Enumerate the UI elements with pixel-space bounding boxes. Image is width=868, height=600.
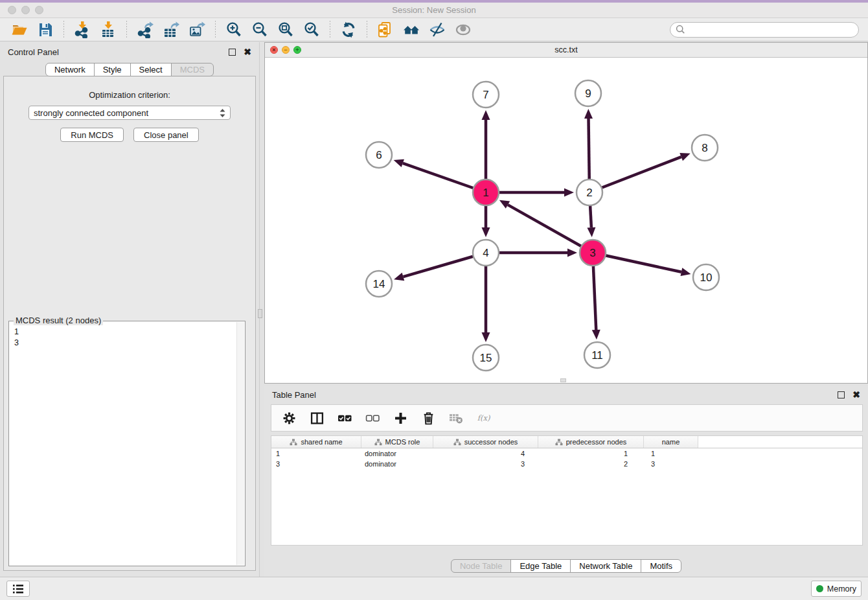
optimization-criterion-dropdown[interactable]: strongly connected component — [29, 106, 231, 120]
close-table-panel-icon[interactable]: ✖ — [852, 391, 860, 398]
column-label: name — [662, 438, 680, 446]
deselect-all-button[interactable] — [365, 411, 380, 425]
cell-name[interactable]: 1 — [644, 448, 698, 459]
import-table-button[interactable] — [98, 20, 118, 40]
status-bar: Memory — [0, 577, 868, 600]
clone-network-icon — [377, 21, 394, 38]
tab-network-table[interactable]: Network Table — [570, 559, 641, 573]
search-input[interactable] — [689, 25, 853, 34]
add-row-button[interactable] — [393, 411, 407, 425]
graph-arrowhead — [587, 227, 595, 237]
window-close-button[interactable] — [8, 6, 16, 14]
column-header-successor-nodes[interactable]: successor nodes — [433, 436, 538, 448]
toolbar-separator — [367, 21, 367, 39]
delete-row-button[interactable] — [421, 411, 435, 425]
dropdown-stepper-icon — [220, 108, 225, 118]
show-all-button[interactable] — [453, 20, 473, 40]
cell-shared-name[interactable]: 3 — [271, 459, 361, 469]
save-session-button[interactable] — [36, 20, 55, 40]
result-scrollbar[interactable] — [236, 322, 244, 565]
canvas-resize-handle[interactable] — [560, 378, 566, 382]
eye-icon — [455, 21, 472, 38]
delete-table-button[interactable] — [449, 411, 463, 425]
column-header-mcds-role[interactable]: MCDS role — [361, 436, 433, 448]
export-table-button[interactable] — [161, 20, 181, 40]
hierarchy-icon — [374, 439, 382, 446]
table-row[interactable]: 3 dominator 3 2 3 — [271, 459, 862, 469]
memory-button[interactable]: Memory — [811, 581, 862, 597]
export-network-button[interactable] — [135, 20, 155, 40]
zoom-fit-button[interactable] — [276, 20, 295, 40]
graph-edge-3-1[interactable] — [508, 205, 593, 253]
tab-mcds[interactable]: MCDS — [171, 63, 214, 76]
export-image-button[interactable] — [187, 20, 207, 40]
import-table-icon — [100, 21, 117, 38]
network-minimize-button[interactable]: − — [282, 46, 290, 54]
float-panel-icon[interactable] — [229, 49, 236, 56]
zoom-in-button[interactable] — [224, 20, 244, 40]
table-row[interactable]: 1 dominator 4 1 1 — [271, 448, 862, 459]
column-header-predecessor-nodes[interactable]: predecessor nodes — [538, 436, 644, 448]
control-panel-header: Control Panel ✖ — [0, 42, 259, 62]
node-table[interactable]: shared name MCDS role successor nodes — [271, 435, 863, 546]
graph-edge-2-8[interactable] — [589, 157, 681, 192]
close-panel-button[interactable]: Close panel — [133, 128, 199, 142]
zoom-selected-button[interactable] — [302, 20, 321, 40]
window-minimize-button[interactable] — [21, 6, 30, 14]
cell-successor-nodes[interactable]: 3 — [433, 459, 538, 469]
open-session-button[interactable] — [10, 20, 29, 40]
close-panel-icon[interactable]: ✖ — [244, 49, 251, 56]
column-header-shared-name[interactable]: shared name — [271, 436, 361, 448]
select-all-button[interactable] — [337, 411, 352, 425]
run-mcds-button[interactable]: Run MCDS — [60, 128, 124, 142]
graph-arrowhead — [584, 109, 593, 119]
right-area: × − + scc.txt 1234678910111415 Table Pan… — [264, 42, 868, 577]
hide-selected-button[interactable] — [428, 20, 447, 40]
clone-network-button[interactable] — [376, 20, 395, 40]
network-canvas[interactable]: 1234678910111415 — [265, 58, 867, 383]
cell-mcds-role[interactable]: dominator — [361, 459, 433, 469]
task-history-button[interactable] — [6, 581, 30, 597]
import-network-button[interactable] — [73, 20, 92, 40]
graph-arrowhead — [564, 189, 574, 197]
cell-predecessor-nodes[interactable]: 2 — [538, 459, 644, 469]
function-builder-button[interactable]: f(x) — [477, 411, 491, 425]
main-toolbar — [0, 18, 868, 41]
apply-layout-button[interactable] — [339, 20, 358, 40]
tab-style[interactable]: Style — [94, 63, 131, 76]
cell-name[interactable]: 3 — [644, 459, 698, 469]
mcds-result-line: 1 — [14, 327, 234, 338]
cell-shared-name[interactable]: 1 — [271, 448, 361, 459]
float-table-panel-icon[interactable] — [838, 391, 845, 398]
window-maximize-button[interactable] — [35, 6, 43, 14]
mcds-result-text[interactable]: 1 3 — [14, 327, 234, 564]
export-image-icon — [188, 21, 205, 38]
cell-successor-nodes[interactable]: 4 — [433, 448, 538, 459]
tab-edge-table[interactable]: Edge Table — [510, 559, 571, 573]
cell-predecessor-nodes[interactable]: 1 — [538, 448, 644, 459]
table-settings-button[interactable] — [282, 411, 296, 425]
memory-status-dot — [816, 585, 823, 592]
graph-arrowhead — [394, 159, 404, 167]
graph-node-label: 10 — [700, 271, 713, 284]
zoom-out-button[interactable] — [250, 20, 269, 40]
column-header-name[interactable]: name — [644, 436, 698, 448]
cell-mcds-role[interactable]: dominator — [361, 448, 433, 459]
control-panel-title: Control Panel — [8, 47, 229, 57]
tab-motifs[interactable]: Motifs — [641, 559, 681, 573]
tab-network[interactable]: Network — [45, 63, 95, 76]
main-content: Control Panel ✖ Network Style Select MCD… — [0, 42, 868, 577]
show-columns-button[interactable] — [310, 411, 324, 425]
network-window-titlebar[interactable]: × − + scc.txt — [265, 43, 867, 58]
first-neighbors-button[interactable] — [402, 20, 421, 40]
table-tabs: Node Table Edge Table Network Table Moti… — [264, 559, 868, 573]
network-maximize-button[interactable]: + — [293, 46, 301, 54]
network-close-button[interactable]: × — [270, 46, 278, 54]
tab-select[interactable]: Select — [130, 63, 172, 76]
tab-node-table[interactable]: Node Table — [451, 559, 512, 573]
zoom-in-icon — [225, 21, 242, 38]
window-controls — [8, 6, 43, 14]
panel-divider-handle[interactable] — [258, 309, 262, 318]
search-field[interactable] — [670, 22, 859, 38]
export-table-icon — [163, 21, 179, 38]
